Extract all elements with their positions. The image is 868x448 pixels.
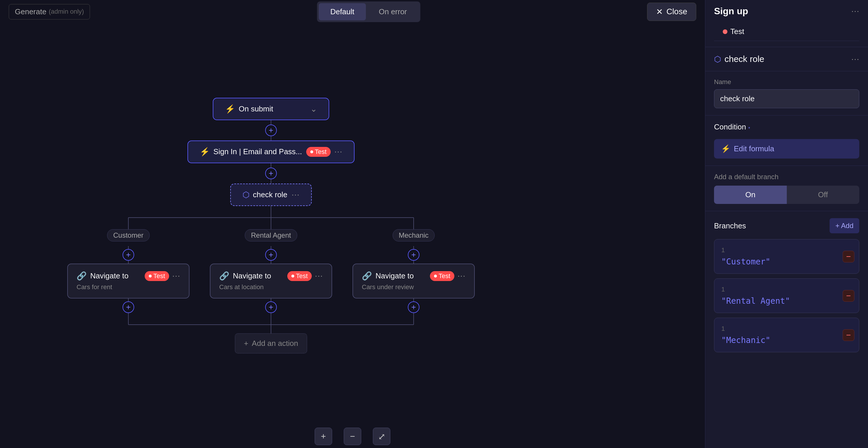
on-submit-more-icon[interactable]: ⌄ <box>310 104 317 114</box>
add-btn-after-nav-3[interactable]: + <box>408 301 420 313</box>
navigate-sublabel-1: Cars for rent <box>76 283 112 291</box>
name-input[interactable] <box>714 89 859 108</box>
branch-num-3: 1 <box>721 325 852 332</box>
connector-branch-1: + <box>128 246 129 263</box>
bottom-bar: + − ⤢ <box>0 425 705 448</box>
branches-label: Branches <box>714 221 746 230</box>
navigate-more-3[interactable]: ⋯ <box>457 271 465 281</box>
merge-svg <box>67 316 475 333</box>
sign-in-test-dot <box>310 150 313 153</box>
branch-remove-3[interactable]: − <box>843 329 854 341</box>
on-submit-node[interactable]: ⚡ On submit ⌄ <box>213 98 329 120</box>
navigate-label-3: Navigate to <box>375 271 414 281</box>
connector-2: + <box>271 163 271 184</box>
branch-value-1: "Customer" <box>721 257 771 266</box>
navigate-test-label-1: Test <box>153 272 165 280</box>
sign-up-title: Sign up <box>714 6 748 17</box>
connector-branch-2: + <box>271 246 271 263</box>
tab-on-error[interactable]: On error <box>367 3 418 20</box>
navigate-title-row-1: 🔗 Navigate to <box>76 271 129 281</box>
branch-remove-1[interactable]: − <box>843 251 854 262</box>
close-icon: ✕ <box>656 7 663 17</box>
branch-entry-3: 1 "Mechanic" − <box>714 318 859 352</box>
toggle-off[interactable]: Off <box>787 186 860 204</box>
navigate-header-1: 🔗 Navigate to Test ⋯ <box>76 271 180 281</box>
branch-label-rental: Rental Agent <box>245 229 297 242</box>
admin-label: (admin only) <box>49 8 84 15</box>
navigate-more-2[interactable]: ⋯ <box>315 271 323 281</box>
check-role-panel-more[interactable]: ⋯ <box>851 55 859 64</box>
branch-remove-2[interactable]: − <box>843 290 854 302</box>
check-role-panel-icon: ⬡ <box>714 55 721 64</box>
branch-value-3: "Mechanic" <box>721 335 771 345</box>
navigate-sublabel-2: Cars at location <box>219 283 264 291</box>
test-section: Test <box>714 22 859 41</box>
test-indicator: Test <box>723 27 744 36</box>
navigate-node-2[interactable]: 🔗 Navigate to Test ⋯ <box>210 263 332 298</box>
connector-branch-3: + <box>413 246 414 263</box>
navigate-node-1[interactable]: 🔗 Navigate to Test ⋯ <box>67 263 189 298</box>
toggle-row: On Off <box>714 186 859 204</box>
branch-label-mechanic: Mechanic <box>393 229 435 242</box>
branch-col-customer: Customer + 🔗 Navigate to <box>67 229 189 316</box>
navigate-more-1[interactable]: ⋯ <box>172 271 180 281</box>
sign-up-title-text: Sign up <box>714 6 748 17</box>
toggle-on[interactable]: On <box>714 186 787 204</box>
navigate-test-label-3: Test <box>439 272 450 280</box>
navigate-header-2: 🔗 Navigate to Test ⋯ <box>219 271 323 281</box>
generate-label: Generate <box>15 7 46 16</box>
branch-label-customer: Customer <box>107 229 150 242</box>
sign-up-more-icon[interactable]: ⋯ <box>851 6 859 16</box>
tab-bar: Default On error <box>317 1 420 22</box>
check-role-title: ⬡ check role <box>714 54 764 64</box>
top-bar: Generate (admin only) Default On error ✕… <box>0 0 705 23</box>
zoom-out-button[interactable]: − <box>344 428 361 445</box>
navigate-test-label-2: Test <box>296 272 308 280</box>
close-button[interactable]: ✕ Close <box>647 3 696 21</box>
branch-col-rental: Rental Agent + 🔗 Navigate to <box>210 229 332 316</box>
add-btn-branch-1[interactable]: + <box>123 249 134 261</box>
test-dot-icon <box>723 29 727 34</box>
flow-inner: ⚡ On submit ⌄ + ⚡ Sign In | Email and Pa… <box>67 98 475 353</box>
generate-button[interactable]: Generate (admin only) <box>9 4 90 20</box>
navigate-icon-3: 🔗 <box>362 271 372 281</box>
on-submit-label: On submit <box>239 104 273 114</box>
navigate-test-badge-2: Test <box>287 271 312 281</box>
close-label: Close <box>666 7 687 16</box>
add-branch-button[interactable]: + Add <box>830 218 859 233</box>
add-btn-1[interactable]: + <box>265 125 277 136</box>
edit-formula-button[interactable]: ⚡ Edit formula <box>714 139 859 159</box>
sign-in-more-icon[interactable]: ⋯ <box>334 147 342 157</box>
add-action-button[interactable]: + Add an action <box>235 333 307 353</box>
tab-default[interactable]: Default <box>319 3 366 20</box>
sign-in-node[interactable]: ⚡ Sign In | Email and Pass... Test ⋯ <box>187 140 354 163</box>
sign-up-title-row: Sign up ⋯ <box>714 6 859 17</box>
check-role-title-text: check role <box>724 54 764 64</box>
formula-icon: ⚡ <box>721 144 730 153</box>
navigate-dot-2 <box>291 275 294 278</box>
add-btn-after-nav-2[interactable]: + <box>265 301 277 313</box>
navigate-node-3[interactable]: 🔗 Navigate to Test ⋯ <box>352 263 475 298</box>
navigate-header-3: 🔗 Navigate to Test ⋯ <box>362 271 465 281</box>
connector-1: + <box>271 120 271 140</box>
expand-button[interactable]: ⤢ <box>373 428 390 445</box>
add-btn-after-nav-1[interactable]: + <box>123 301 134 313</box>
sign-in-test-badge: Test <box>306 147 331 157</box>
check-role-more-icon[interactable]: ⋯ <box>291 190 300 199</box>
plus-icon: + <box>244 339 248 348</box>
zoom-in-button[interactable]: + <box>315 428 332 445</box>
check-role-node[interactable]: ⬡ check role ⋯ <box>230 184 312 206</box>
add-btn-branch-2[interactable]: + <box>265 249 277 261</box>
sign-in-label: Sign In | Email and Pass... <box>213 147 302 156</box>
navigate-test-badge-3: Test <box>430 271 454 281</box>
branch-value-2: "Rental Agent" <box>721 296 790 306</box>
connector-after-nav-1: + <box>128 298 129 316</box>
default-branch-label: Add a default branch <box>714 173 859 181</box>
navigate-icon-1: 🔗 <box>76 271 87 281</box>
navigate-label-1: Navigate to <box>90 271 129 281</box>
test-label: Test <box>730 27 744 36</box>
add-btn-branch-3[interactable]: + <box>408 249 420 261</box>
add-btn-2[interactable]: + <box>265 167 277 179</box>
condition-label: Condition <box>714 123 746 131</box>
connector-after-nav-3: + <box>413 298 414 316</box>
